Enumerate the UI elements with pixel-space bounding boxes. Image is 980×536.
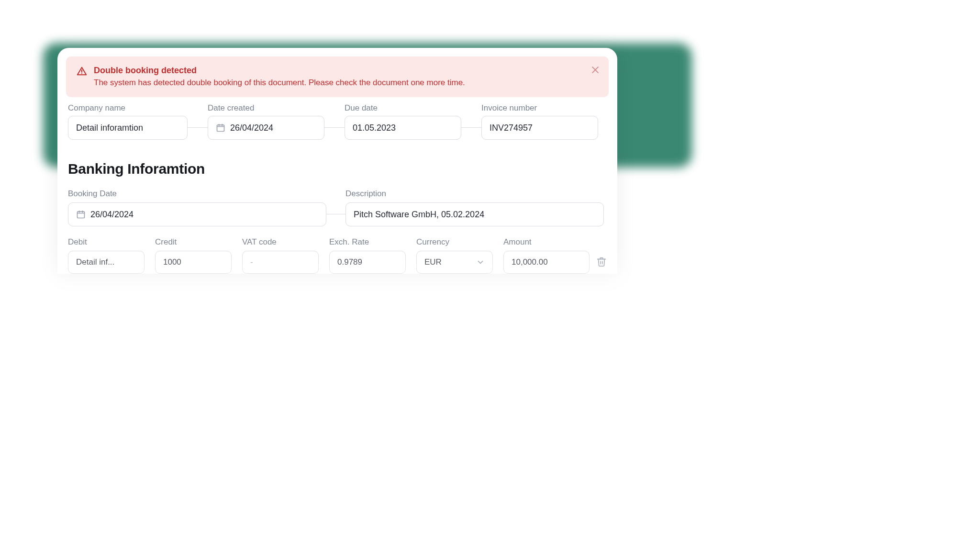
exch-rate-label: Exch. Rate (329, 238, 406, 246)
company-name-input[interactable]: Detail inforamtion (68, 116, 188, 140)
field-connector (324, 127, 345, 128)
field-connector (326, 214, 345, 214)
invoice-number-label: Invoice number (481, 104, 598, 112)
vat-code-label: VAT code (242, 238, 319, 246)
calendar-icon (76, 210, 86, 219)
amount-value: 10,000.00 (512, 257, 548, 267)
company-name-label: Company name (68, 104, 188, 112)
form-card: Double booking detected The system has d… (57, 48, 617, 274)
invoice-number-value: INV274957 (490, 123, 533, 133)
due-date-value: 01.05.2023 (353, 123, 396, 133)
credit-input[interactable]: 1000 (155, 251, 232, 274)
banking-row: Booking Date 26/04/2024 Description Pitc… (68, 190, 607, 226)
booking-date-label: Booking Date (68, 190, 326, 198)
line-item-row: Debit Detail inf... Credit 1000 VAT code… (68, 238, 607, 274)
chevron-down-icon (476, 258, 485, 267)
exch-rate-value: 0.9789 (337, 257, 362, 267)
currency-select[interactable]: EUR (416, 251, 493, 274)
booking-date-value: 26/04/2024 (90, 210, 134, 220)
date-created-input[interactable]: 26/04/2024 (208, 116, 324, 140)
description-label: Description (345, 190, 604, 198)
currency-label: Currency (416, 238, 493, 246)
alert-body: The system has detected double booking o… (94, 77, 598, 89)
description-input[interactable]: Pitch Software GmbH, 05.02.2024 (345, 202, 604, 226)
debit-input[interactable]: Detail inf... (68, 251, 145, 274)
field-connector (188, 127, 208, 128)
section-title-banking: Banking Inforamtion (68, 161, 607, 177)
calendar-icon (216, 123, 225, 133)
credit-label: Credit (155, 238, 232, 246)
field-connector (461, 127, 481, 128)
due-date-label: Due date (345, 104, 461, 112)
exch-rate-input[interactable]: 0.9789 (329, 251, 406, 274)
due-date-input[interactable]: 01.05.2023 (345, 116, 461, 140)
debit-label: Debit (68, 238, 145, 246)
svg-rect-4 (217, 125, 224, 131)
invoice-number-input[interactable]: INV274957 (481, 116, 598, 140)
amount-input[interactable]: 10,000.00 (503, 251, 590, 274)
alert-title: Double booking detected (94, 65, 598, 76)
document-info-row: Company name Detail inforamtion Date cre… (68, 104, 607, 140)
vat-code-input[interactable]: - (242, 251, 319, 274)
date-created-label: Date created (208, 104, 324, 112)
company-name-value: Detail inforamtion (76, 123, 143, 133)
description-value: Pitch Software GmbH, 05.02.2024 (354, 210, 484, 220)
trash-icon[interactable] (596, 257, 607, 267)
alert-banner: Double booking detected The system has d… (66, 56, 609, 97)
booking-date-input[interactable]: 26/04/2024 (68, 202, 326, 226)
debit-value: Detail inf... (76, 257, 114, 267)
currency-value: EUR (424, 257, 442, 267)
svg-point-1 (81, 73, 82, 74)
svg-rect-8 (78, 212, 85, 218)
credit-value: 1000 (163, 257, 181, 267)
close-icon[interactable] (590, 65, 600, 75)
vat-code-value: - (250, 257, 253, 267)
amount-label: Amount (503, 238, 590, 246)
warning-icon (77, 66, 87, 77)
date-created-value: 26/04/2024 (230, 123, 273, 133)
